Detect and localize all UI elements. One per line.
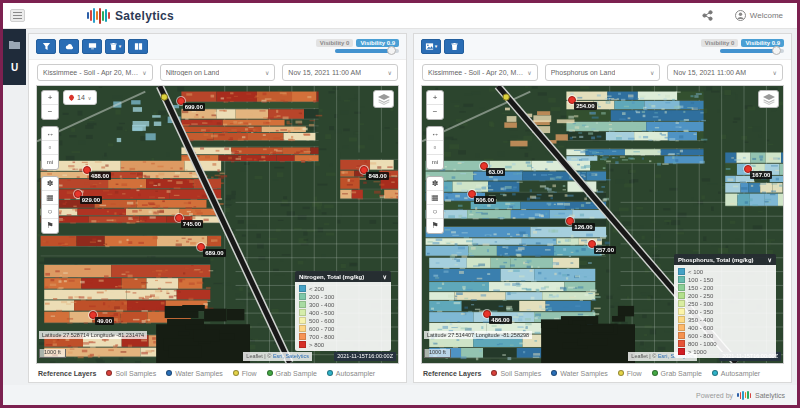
toolbar-cloud-button[interactable] xyxy=(59,39,79,54)
sample-marker[interactable]: 254.00 xyxy=(568,96,576,104)
marker-value-label: 699.00 xyxy=(183,103,205,111)
reference-layers-title: Reference Layers xyxy=(423,370,481,377)
sample-marker[interactable]: 63.00 xyxy=(480,162,488,170)
layer-label: Water Samples xyxy=(560,370,608,377)
sample-marker[interactable]: 699.00 xyxy=(177,97,185,105)
reference-layer-item[interactable]: Water Samples xyxy=(166,370,223,377)
draw-marker-button[interactable]: ⚑ xyxy=(42,219,58,233)
measure-button[interactable]: mi xyxy=(42,155,58,169)
reference-layer-item[interactable]: Grab Sample xyxy=(652,370,702,377)
chevron-down-icon: ∨ xyxy=(388,69,392,76)
user-icon xyxy=(735,10,746,21)
sample-marker[interactable]: 167.00 xyxy=(744,165,752,173)
reference-layer-item[interactable]: Flow xyxy=(618,370,642,377)
layer-select[interactable]: Phosphorus on Land∨ xyxy=(545,64,661,81)
visibility-slider[interactable] xyxy=(720,49,784,53)
toolbar-image-button[interactable]: ▾ xyxy=(421,39,441,54)
legend-swatch xyxy=(299,285,306,292)
layers-button[interactable] xyxy=(373,90,394,108)
toolbar-trash-button[interactable]: ▾ xyxy=(105,39,125,54)
fullscreen-button[interactable]: ↔ xyxy=(427,127,443,141)
draw-polygon-button[interactable]: ✽ xyxy=(427,177,443,191)
share-nodes-icon[interactable] xyxy=(702,10,713,21)
dataset-select[interactable]: Kissimmee - Soil - Apr 20, May 2∨ xyxy=(37,64,153,81)
zoom-out-button[interactable]: − xyxy=(42,105,58,119)
layers-button[interactable] xyxy=(758,90,779,108)
toolbar-filter-button[interactable] xyxy=(36,39,56,54)
legend-swatch xyxy=(678,332,685,339)
legend-row: 300 - 400 xyxy=(299,301,387,308)
legend-row: 700 - 800 xyxy=(299,333,387,340)
measure-button[interactable]: mi xyxy=(427,155,443,169)
extent-button[interactable]: ▫ xyxy=(427,141,443,155)
legend-row: 500 - 600 xyxy=(299,317,387,324)
sample-marker[interactable]: 806.00 xyxy=(468,190,476,198)
draw-circle-button[interactable]: ○ xyxy=(427,205,443,219)
draw-polygon-button[interactable]: ✽ xyxy=(42,177,58,191)
sample-marker[interactable]: 486.00 xyxy=(483,310,491,318)
layer-label: Soil Samples xyxy=(500,370,541,377)
layer-dot-icon xyxy=(106,370,112,376)
legend-header[interactable]: Phosphorus, Total (mg/kg)∨ xyxy=(674,254,776,265)
reference-layer-item[interactable]: Autosampler xyxy=(327,370,375,377)
attribution-link[interactable]: Esri, Satelytics xyxy=(273,353,309,359)
reference-layer-item[interactable]: Soil Samples xyxy=(106,370,156,377)
reference-layer-item[interactable]: Water Samples xyxy=(551,370,608,377)
layer-label: Flow xyxy=(627,370,642,377)
latlong-readout: Latitude 27.528714 Longitude -81.231474 xyxy=(39,331,147,339)
layer-select[interactable]: Nitrogen on Land∨ xyxy=(160,64,276,81)
sample-marker[interactable]: 488.00 xyxy=(83,166,91,174)
toolbar-columns-button[interactable] xyxy=(128,39,148,54)
draw-rectangle-button[interactable]: ▦ xyxy=(42,191,58,205)
legend-header[interactable]: Nitrogen, Total (mg/kg)∨ xyxy=(295,271,391,282)
extent-button[interactable]: ▫ xyxy=(42,141,58,155)
visibility-slider[interactable] xyxy=(335,49,399,53)
dataset-select[interactable]: Kissimmee - Soil - Apr 20, May 2∨ xyxy=(422,64,538,81)
map-view[interactable]: Latitude 27.514407 Longitude -81.258298 … xyxy=(421,85,784,364)
sidebar-user-avatar[interactable]: U xyxy=(11,62,18,73)
reference-layer-item[interactable]: Autosampler xyxy=(712,370,760,377)
toolbar-trash-button[interactable] xyxy=(444,39,464,54)
menu-toggle-button[interactable] xyxy=(10,9,25,22)
layer-dot-icon xyxy=(712,370,718,376)
marker-value-label: 929.00 xyxy=(80,196,102,204)
sample-marker[interactable]: 257.00 xyxy=(588,240,596,248)
fullscreen-button[interactable]: ↔ xyxy=(42,127,58,141)
sample-marker[interactable]: 848.00 xyxy=(360,166,368,174)
sample-marker[interactable]: 689.00 xyxy=(197,243,205,251)
zoom-level-control[interactable]: 14 ∨ xyxy=(63,90,97,105)
marker-value-label: 257.00 xyxy=(594,246,616,254)
marker-value-label: 745.00 xyxy=(181,220,203,228)
toolbar-monitor-button[interactable] xyxy=(82,39,102,54)
user-menu[interactable]: Welcome xyxy=(735,10,783,21)
legend-row: < 200 xyxy=(299,285,387,292)
satelytics-logo-icon xyxy=(87,7,110,25)
zoom-in-button[interactable]: + xyxy=(42,91,58,105)
reference-layer-item[interactable]: Flow xyxy=(233,370,257,377)
legend-swatch xyxy=(678,316,685,323)
date-select[interactable]: Nov 15, 2021 11:00 AM∨ xyxy=(282,64,398,81)
legend-row: 200 - 300 xyxy=(299,293,387,300)
map-legend: Phosphorus, Total (mg/kg)∨< 100100 - 150… xyxy=(674,254,776,358)
map-view[interactable]: 14 ∨ Latitude 27.528714 Longitude -81.23… xyxy=(36,85,399,364)
draw-circle-button[interactable]: ○ xyxy=(42,205,58,219)
sample-marker[interactable]: 49.00 xyxy=(89,311,97,319)
sample-marker[interactable]: 126.00 xyxy=(566,217,574,225)
legend-row: 300 - 350 xyxy=(678,308,772,315)
legend-row: 350 - 400 xyxy=(678,316,772,323)
zoom-out-button[interactable]: − xyxy=(427,105,443,119)
map-legend: Nitrogen, Total (mg/kg)∨< 200200 - 30030… xyxy=(295,271,391,351)
sample-marker[interactable]: 745.00 xyxy=(175,214,183,222)
chevron-down-icon: ∨ xyxy=(527,69,531,76)
legend-swatch xyxy=(678,292,685,299)
date-select[interactable]: Nov 15, 2021 11:00 AM∨ xyxy=(667,64,783,81)
legend-row: 600 - 700 xyxy=(299,325,387,332)
reference-layer-item[interactable]: Soil Samples xyxy=(491,370,541,377)
draw-marker-button[interactable]: ⚑ xyxy=(427,219,443,233)
reference-layer-item[interactable]: Grab Sample xyxy=(267,370,317,377)
legend-row: 400 - 500 xyxy=(299,309,387,316)
zoom-in-button[interactable]: + xyxy=(427,91,443,105)
draw-rectangle-button[interactable]: ▦ xyxy=(427,191,443,205)
sample-marker[interactable]: 929.00 xyxy=(74,190,82,198)
folder-icon[interactable] xyxy=(9,35,20,53)
